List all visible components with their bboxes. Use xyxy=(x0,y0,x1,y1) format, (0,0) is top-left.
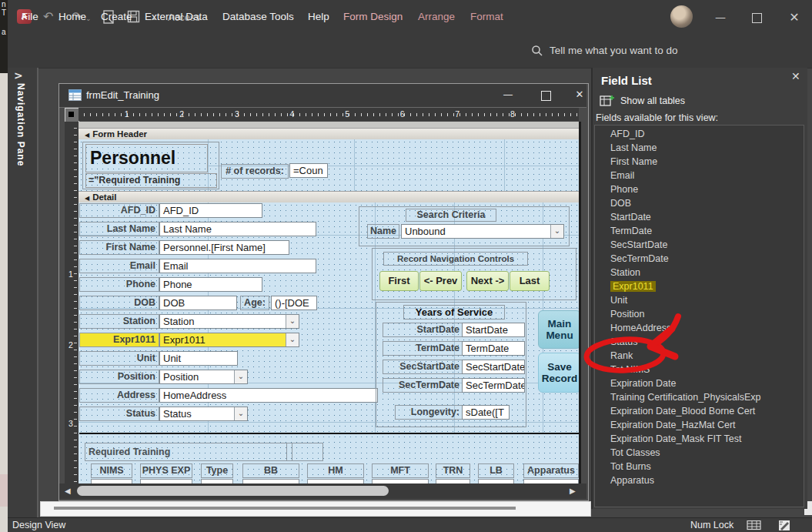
user-avatar[interactable] xyxy=(670,5,693,28)
first-record-button[interactable]: First xyxy=(379,271,419,291)
field-textbox[interactable]: SecStartDate xyxy=(462,360,525,374)
field-textbox[interactable]: Unit xyxy=(159,351,238,366)
field-list-item[interactable]: Expiration Date_Mask FIT Test xyxy=(595,432,804,446)
records-count-label[interactable]: # of records: xyxy=(221,164,289,179)
field-label[interactable]: TermDate xyxy=(383,341,463,356)
footer-column-label[interactable]: MFT xyxy=(372,463,429,478)
longevity-label[interactable]: Longevity: xyxy=(395,405,463,420)
form-close-button[interactable]: ✕ xyxy=(572,89,587,100)
field-list-item[interactable]: StartDate xyxy=(595,210,804,224)
years-of-service-title[interactable]: Years of Service xyxy=(403,305,505,320)
design-view-icon[interactable] xyxy=(777,520,793,531)
main-menu-button[interactable]: Main Menu xyxy=(538,310,581,349)
tab-help[interactable]: Help xyxy=(308,0,329,34)
tab-arrange[interactable]: Arrange xyxy=(418,0,455,34)
field-label[interactable]: Position xyxy=(79,370,159,384)
tab-external-data[interactable]: External Data xyxy=(145,0,208,34)
field-textbox[interactable]: Email xyxy=(159,259,316,273)
expr1011-combobox[interactable]: Expr1011 ⌄ xyxy=(159,333,299,347)
field-label[interactable]: Station xyxy=(79,314,159,329)
field-textbox[interactable]: TermDate xyxy=(462,341,525,356)
footer-column-label[interactable]: Apparatus xyxy=(523,463,579,478)
status-combobox[interactable]: Status ⌄ xyxy=(159,407,248,421)
field-list-item[interactable]: SecTermDate xyxy=(595,252,804,266)
field-textbox[interactable]: DOB xyxy=(159,296,237,310)
form-minimize-button[interactable]: — xyxy=(500,89,516,100)
field-label[interactable]: StartDate xyxy=(383,323,463,337)
field-list-item[interactable]: Tot NIMS xyxy=(595,363,804,376)
search-combobox[interactable]: Unbound ⌄ xyxy=(401,224,564,239)
field-textbox[interactable]: SecTermDate xyxy=(462,378,525,393)
field-list-close-icon[interactable]: ✕ xyxy=(791,70,800,82)
field-label[interactable]: AFD_ID xyxy=(79,203,159,218)
field-list-item[interactable]: Unit xyxy=(595,293,804,307)
field-textbox[interactable]: Last Name xyxy=(159,222,316,236)
field-list-item[interactable]: DOB xyxy=(595,196,804,210)
field-list-item[interactable]: AFD_ID xyxy=(595,127,804,141)
records-count-textbox[interactable]: =Coun xyxy=(289,163,328,178)
name-label[interactable]: Name xyxy=(367,224,399,239)
field-list-item[interactable]: Status xyxy=(595,335,804,349)
search-icon[interactable] xyxy=(531,45,543,57)
field-textbox[interactable]: Phone xyxy=(159,277,262,292)
footer-column-label[interactable]: NIMS xyxy=(91,463,132,478)
tab-file[interactable]: File xyxy=(22,0,38,34)
field-label[interactable]: First Name xyxy=(79,240,159,255)
age-label[interactable]: Age: xyxy=(240,296,269,310)
footer-column-label[interactable]: HM xyxy=(307,463,364,478)
field-list-item[interactable]: Phone xyxy=(595,182,804,196)
dropdown-arrow-icon[interactable]: ⌄ xyxy=(234,370,247,383)
document-scrollbar-thumb[interactable] xyxy=(54,507,516,510)
dropdown-arrow-icon[interactable]: ⌄ xyxy=(234,407,247,420)
minimize-button[interactable]: — xyxy=(712,11,729,23)
footer-label-extension[interactable] xyxy=(286,443,323,461)
field-list-item[interactable]: Email xyxy=(595,169,804,182)
field-label[interactable]: Phone xyxy=(79,277,159,292)
field-textbox[interactable]: HomeAddress xyxy=(159,388,378,403)
field-list-item[interactable]: First Name xyxy=(595,155,804,169)
footer-column-label[interactable]: BB xyxy=(242,463,299,478)
tell-me-search[interactable]: Tell me what you want to do xyxy=(550,45,678,56)
tab-home[interactable]: Home xyxy=(58,0,86,34)
field-list-item[interactable]: Expiration Date_Blood Borne Cert xyxy=(595,404,804,418)
field-textbox[interactable]: StartDate xyxy=(462,323,525,337)
age-textbox[interactable]: ()-[DOE xyxy=(271,296,317,310)
search-criteria-title[interactable]: Search Criteria xyxy=(406,209,496,222)
dropdown-arrow-icon[interactable]: ⌄ xyxy=(550,225,563,238)
field-list-item[interactable]: Expiration Date_HazMat Cert xyxy=(595,418,804,432)
save-record-button[interactable]: Save Record xyxy=(538,353,581,393)
footer-column-label[interactable]: TRN xyxy=(436,463,470,478)
field-list-item[interactable]: Apparatus xyxy=(595,473,804,487)
dropdown-arrow-icon[interactable]: ⌄ xyxy=(286,315,299,328)
longevity-textbox[interactable]: sDate([T xyxy=(462,405,510,420)
field-label[interactable]: Address xyxy=(79,388,159,403)
required-training-label[interactable]: ="Required Training xyxy=(85,173,217,188)
navigation-pane-label[interactable]: Navigation Pane xyxy=(15,83,26,166)
maximize-button[interactable] xyxy=(752,13,762,23)
field-list-item[interactable]: Last Name xyxy=(595,141,804,155)
field-label[interactable]: SecTermDate xyxy=(383,378,463,393)
field-list-item[interactable]: HomeAddress xyxy=(595,321,804,335)
field-label[interactable]: Unit xyxy=(79,351,159,366)
form-title-label[interactable]: Personnel xyxy=(85,144,208,172)
redo-dropdown-icon[interactable]: ⌄ xyxy=(85,15,92,22)
tab-format[interactable]: Format xyxy=(470,0,503,34)
undo-icon[interactable]: ↶ xyxy=(43,10,53,24)
datasheet-view-icon[interactable] xyxy=(747,520,762,530)
dropdown-arrow-icon[interactable]: ⌄ xyxy=(286,333,299,346)
field-label[interactable]: DOB xyxy=(79,296,159,310)
scroll-left-icon[interactable]: ◀ xyxy=(65,487,71,495)
field-list-item[interactable]: Station xyxy=(595,266,804,279)
expand-nav-pane-icon[interactable]: > xyxy=(14,69,23,82)
position-combobox[interactable]: Position ⌄ xyxy=(159,370,248,384)
field-list-item[interactable]: Expr1011 xyxy=(595,279,804,293)
close-button[interactable]: ✕ xyxy=(786,10,803,25)
next-record-button[interactable]: Next -> xyxy=(466,271,509,291)
station-combobox[interactable]: Station ⌄ xyxy=(159,314,299,329)
required-training-footer-label[interactable]: Required Training xyxy=(85,443,292,461)
field-list-item[interactable]: Training Certification_PhysicalsExp xyxy=(595,390,804,404)
tab-create[interactable]: Create xyxy=(101,0,132,34)
footer-column-label[interactable]: PHYS EXP xyxy=(140,463,192,478)
last-record-button[interactable]: Last xyxy=(510,271,550,291)
scroll-right-icon[interactable]: ▶ xyxy=(570,487,576,495)
